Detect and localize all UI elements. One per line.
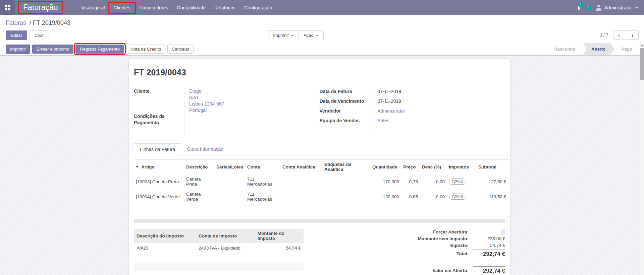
cell-etiquetas <box>322 174 370 189</box>
untaxed-amount-label: Montante sem imposto: <box>418 236 469 241</box>
sales-team-label: Equipa de Vendas <box>320 117 373 127</box>
col-conta-analitica[interactable]: Conta Analítica <box>280 160 322 174</box>
salesperson-value[interactable]: Administrator <box>378 108 505 117</box>
field-group-left: Cliente Condições de Pagamento Diogo rua… <box>134 88 320 134</box>
chevron-down-icon <box>635 7 638 8</box>
messages-badge: 1 <box>586 5 591 10</box>
cell-descricao: Caneta Verde <box>184 189 214 204</box>
cell-artigo: [10003] Caneta Preta <box>134 174 184 189</box>
apps-grid-icon <box>5 5 10 10</box>
control-panel: Faturas / FT 2019/0043 Editar Criar Impr… <box>0 15 644 43</box>
menu-item-configuracao[interactable]: Configuração <box>240 3 276 13</box>
col-impostos[interactable]: Impostos <box>447 160 476 174</box>
cell-descricao: Caneta Preta <box>184 174 214 189</box>
customer-city[interactable]: Lisboa 1234-567 <box>189 101 320 107</box>
apps-menu-button[interactable] <box>0 0 15 15</box>
breadcrumb-faturas-link[interactable]: Faturas <box>6 19 26 26</box>
app-brand[interactable]: Faturação <box>18 1 63 14</box>
customer-street[interactable]: rua1 <box>189 94 320 101</box>
form-view-background: FT 2019/0043 Cliente Condições de Pagame… <box>0 56 640 275</box>
lines-horizontal-scrollbar[interactable] <box>134 219 505 223</box>
top-navbar: Faturação Visão geral Clientes Fornecedo… <box>0 0 644 15</box>
state-rascunho[interactable]: Rascunho <box>547 43 583 55</box>
col-tax-description: Descrição do Imposto <box>134 229 196 243</box>
edit-button[interactable]: Editar <box>6 30 27 40</box>
register-payment-button[interactable]: Registar Pagamento <box>75 45 124 54</box>
force-open-checkbox[interactable] <box>501 230 505 234</box>
cell-artigo: [10004] Caneta Verde <box>134 189 184 204</box>
cell-preco: 0,75 <box>401 174 420 189</box>
sort-caret-icon[interactable] <box>136 166 139 168</box>
pager-previous-button[interactable]: ‹ <box>613 30 625 40</box>
col-desc[interactable]: Desc (%) <box>420 160 447 174</box>
salesperson-label: Vendedor <box>320 108 373 117</box>
menu-item-visao-geral[interactable]: Visão geral <box>77 3 109 13</box>
menu-item-relatorios[interactable]: Relatórios <box>210 3 240 13</box>
invoice-date-label: Data da Fatura <box>320 88 373 98</box>
tab-outra-informacao[interactable]: Outra Informação <box>181 143 229 155</box>
tax-row[interactable]: IVA23 2433 IVA - Liquidado 54,74 € <box>134 243 304 253</box>
col-descricao[interactable]: Descrição <box>184 160 214 174</box>
col-tax-account: Conta de Imposto <box>196 229 255 243</box>
create-button[interactable]: Criar <box>30 30 49 40</box>
due-date-label: Data de Vencimento <box>320 98 373 108</box>
main-menu: Visão geral Clientes Fornecedores Contab… <box>77 0 277 15</box>
col-preco[interactable]: Preço <box>401 160 420 174</box>
tax-amount-label: Imposto: <box>449 243 469 248</box>
untaxed-amount-value: 238,00 € <box>473 236 505 241</box>
scroll-up-icon[interactable] <box>640 43 644 48</box>
user-menu[interactable]: Administrator <box>596 5 638 11</box>
amount-due-label: Valor em Aberto: <box>432 268 469 273</box>
scrollbar-thumb[interactable] <box>640 48 644 80</box>
activities-badge: 1 <box>578 2 583 7</box>
tax-striped-row <box>134 262 304 271</box>
activities-button[interactable]: 1 <box>578 5 580 11</box>
invoice-title: FT 2019/0043 <box>134 68 505 77</box>
action-dropdown[interactable]: Ação <box>299 30 324 40</box>
lines-header-row: Artigo Descrição Séries/Lotes Conta Cont… <box>134 160 508 174</box>
vertical-scrollbar[interactable] <box>640 43 644 275</box>
col-etiquetas[interactable]: Etiquetas de Analítica <box>322 160 370 174</box>
amount-due-value: 292,74 € <box>473 266 505 274</box>
cancel-button[interactable]: Cancelar <box>167 45 194 54</box>
navbar-right: 1 1 Administrator <box>578 5 644 11</box>
credit-note-button[interactable]: Nota de Crédito <box>126 45 165 54</box>
cell-quantidade: 130,000 <box>370 189 401 204</box>
col-quantidade[interactable]: Quantidade <box>370 160 401 174</box>
state-aberto[interactable]: Aberto <box>583 43 614 55</box>
invoice-line-row[interactable]: [10003] Caneta Preta Caneta Preta 711 Me… <box>134 174 508 189</box>
state-pago[interactable]: Pago <box>614 43 640 55</box>
print-invoice-button[interactable]: Imprimir <box>6 45 30 54</box>
col-series-lotes[interactable]: Séries/Lotes <box>214 160 245 174</box>
print-dropdown[interactable]: Imprimir <box>268 30 299 40</box>
col-subtotal[interactable]: Subtotal <box>476 160 508 174</box>
invoice-line-row[interactable]: [10004] Caneta Verde Caneta Verde 711 Me… <box>134 189 508 204</box>
field-groups: Cliente Condições de Pagamento Diogo rua… <box>134 88 505 134</box>
cell-tax-account: 2433 IVA - Liquidado <box>196 243 255 253</box>
menu-item-fornecedores[interactable]: Fornecedores <box>135 3 172 13</box>
print-dropdown-label: Imprimir <box>273 33 289 38</box>
breadcrumb: Faturas / FT 2019/0043 <box>0 15 644 26</box>
pager-counter: 3 / 7 <box>600 32 608 38</box>
chevron-down-icon <box>291 35 294 36</box>
cell-etiquetas <box>322 189 370 204</box>
customer-country[interactable]: Portugal <box>189 107 320 114</box>
col-artigo[interactable]: Artigo <box>134 160 184 174</box>
total-value: 292,74 € <box>473 250 505 258</box>
menu-item-clientes[interactable]: Clientes <box>109 3 135 13</box>
cell-desc: 0,00 <box>420 189 447 204</box>
cell-conta: 711 Mercadorias <box>245 189 280 204</box>
pager-next-button[interactable]: › <box>627 30 639 40</box>
send-and-print-button[interactable]: Enviar e imprimir <box>32 45 74 54</box>
customer-name-link[interactable]: Diogo <box>189 88 320 94</box>
tab-linhas-da-fatura[interactable]: Linhas da Fatura <box>134 143 181 155</box>
col-conta[interactable]: Conta <box>245 160 280 174</box>
menu-item-contabilidade[interactable]: Contabilidade <box>172 3 210 13</box>
sales-team-value[interactable]: Sales <box>378 117 505 127</box>
empty-line-row <box>134 204 508 214</box>
action-dropdown-label: Ação <box>304 33 314 38</box>
status-pipeline: Rascunho Aberto Pago <box>547 43 640 55</box>
cell-preco: 0,85 <box>401 189 420 204</box>
tax-table: Descrição do Imposto Conta de Imposto Mo… <box>134 229 304 271</box>
cell-tax-name: IVA23 <box>134 243 196 253</box>
